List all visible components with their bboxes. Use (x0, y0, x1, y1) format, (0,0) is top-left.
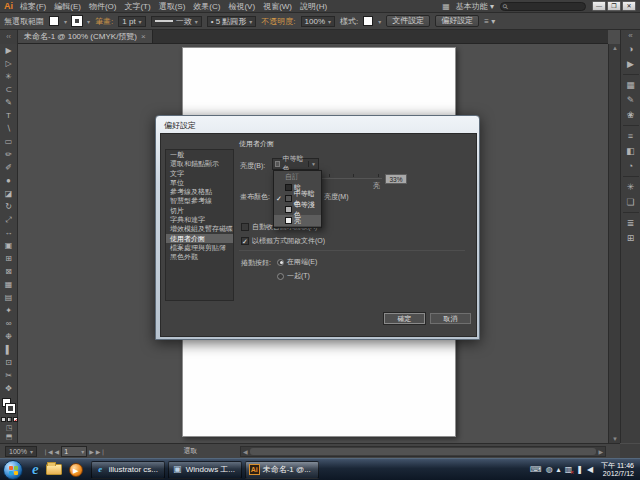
magic-wand-tool[interactable]: ✳ (0, 70, 18, 83)
menu-item[interactable]: 效果(C) (193, 1, 220, 12)
pen-tool[interactable]: ✎ (0, 96, 18, 109)
brightness-slider[interactable] (316, 178, 382, 179)
panel-menu-icon[interactable]: ≡ ▾ (484, 17, 495, 26)
menu-item[interactable]: 視窗(W) (263, 1, 292, 12)
column-graph-tool[interactable]: ▌ (0, 343, 18, 356)
scroll-together-radio[interactable] (277, 273, 284, 280)
canvas-match-option[interactable]: 亮度(M) (324, 192, 349, 202)
transparency-panel-icon[interactable]: ◔ (621, 159, 640, 174)
zoom-level-select[interactable]: 100%▾ (5, 446, 37, 457)
menu-item[interactable]: 選取(S) (159, 1, 186, 12)
stroke-color-swatch[interactable] (72, 16, 82, 26)
brightness-value-field[interactable]: 33% (385, 174, 407, 184)
fill-color-swatch[interactable] (49, 16, 59, 26)
mesh-tool[interactable]: ▦ (0, 278, 18, 291)
brush-definition-select[interactable]: • 5 點圓形▾ (207, 16, 257, 27)
menu-item[interactable]: 檔案(F) (20, 1, 46, 12)
opacity-select[interactable]: 100%▾ (301, 16, 335, 27)
free-transform-tool[interactable]: ▣ (0, 239, 18, 252)
style-swatch[interactable] (363, 16, 373, 26)
stroke-weight-label[interactable]: 筆畫: (95, 16, 113, 27)
prev-artboard-icon[interactable]: ◀ (55, 448, 60, 455)
scroll-together-option[interactable]: 一起(T) (277, 271, 310, 281)
first-artboard-icon[interactable]: ❘◀ (43, 448, 53, 455)
stroke-weight-stepper[interactable]: 1 pt▾ (118, 16, 145, 27)
eyedropper-tool[interactable]: ✦ (0, 304, 18, 317)
eraser-tool[interactable]: ◪ (0, 187, 18, 200)
menu-item[interactable]: 說明(H) (300, 1, 327, 12)
scroll-ends-option[interactable]: 在兩端(E) (277, 257, 317, 267)
hand-tool[interactable]: ✥ (0, 382, 18, 395)
selection-tool[interactable]: ▶ (0, 44, 18, 57)
line-segment-tool[interactable]: ∖ (0, 122, 18, 135)
gradient-mode-button[interactable] (7, 417, 12, 422)
draw-mode-icon[interactable]: ◳ (0, 424, 18, 432)
dock-collapse-icon[interactable]: « (621, 30, 640, 42)
restore-button[interactable]: ❐ (607, 1, 621, 11)
artboard-number-select[interactable]: 1▾ (61, 446, 87, 457)
pref-category[interactable]: 文字 (166, 169, 233, 178)
pref-category[interactable]: 一般 (166, 150, 233, 159)
rotate-tool[interactable]: ↻ (0, 200, 18, 213)
ok-button[interactable]: 確定 (384, 313, 425, 324)
layers-panel-icon[interactable]: ≣ (621, 216, 640, 231)
document-setup-button[interactable]: 文件設定 (386, 15, 430, 27)
gradient-tool[interactable]: ▤ (0, 291, 18, 304)
open-as-tabs-option[interactable]: ✓ 以標籤方式開啟文件(O) (241, 236, 325, 246)
pref-category[interactable]: 檔案處理與剪貼簿 (166, 243, 233, 252)
stroke-profile-select[interactable]: 一致▾ (151, 16, 202, 27)
symbols-panel-icon[interactable]: ❀ (621, 108, 640, 123)
network-status-icon[interactable]: ▥ (565, 465, 573, 474)
brightness-menu-item[interactable]: 中等淺色 (274, 204, 321, 215)
document-tab[interactable]: 未命名-1 @ 100% (CMYK/預覽) × (18, 30, 153, 43)
blend-tool[interactable]: ∞ (0, 317, 18, 330)
stroke-panel-icon[interactable]: ≡ (621, 129, 640, 144)
menu-item-custom[interactable]: 自訂 (274, 172, 321, 182)
rectangle-tool[interactable]: ▭ (0, 135, 18, 148)
pref-category[interactable]: 使用者介面 (166, 234, 233, 243)
next-artboard-icon[interactable]: ▶ (89, 448, 94, 455)
power-icon[interactable]: ❚ (576, 465, 583, 474)
fill-dropdown-arrow[interactable]: ▾ (64, 18, 67, 25)
color-guide-panel-icon[interactable]: ▶ (621, 57, 640, 72)
vertical-scrollbar[interactable]: ▲ ▼ (608, 44, 620, 443)
pref-category[interactable]: 黑色外觀 (166, 252, 233, 261)
pref-category[interactable]: 智慧型參考線 (166, 196, 233, 205)
auto-collapse-checkbox[interactable] (241, 223, 249, 231)
media-player-icon[interactable]: ▶ (69, 463, 83, 477)
cancel-button[interactable]: 取消 (430, 313, 471, 324)
swatches-panel-icon[interactable]: ▦ (621, 78, 640, 93)
pref-category[interactable]: 選取和錨點顯示 (166, 159, 233, 168)
start-button[interactable] (3, 460, 23, 480)
type-tool[interactable]: T (0, 109, 18, 122)
none-mode-button[interactable] (13, 417, 18, 422)
artboards-panel-icon[interactable]: ⊞ (621, 231, 640, 246)
direct-selection-tool[interactable]: ▷ (0, 57, 18, 70)
stroke-dropdown-arrow[interactable]: ▾ (87, 18, 90, 25)
internet-explorer-icon[interactable]: e (32, 461, 39, 478)
pref-category[interactable]: 參考線及格點 (166, 187, 233, 196)
tab-close-icon[interactable]: × (141, 32, 146, 41)
search-input[interactable]: ⚲ (500, 2, 586, 11)
menu-item[interactable]: 文字(T) (124, 1, 150, 12)
opacity-label[interactable]: 不透明度: (261, 16, 295, 27)
menu-item[interactable]: 檢視(V) (228, 1, 255, 12)
symbol-sprayer-tool[interactable]: ❉ (0, 330, 18, 343)
stroke-swatch[interactable] (6, 404, 15, 413)
horizontal-scrollbar[interactable]: ◀ ▶ (240, 446, 606, 457)
scroll-right-icon[interactable]: ▶ (598, 448, 603, 455)
width-tool[interactable]: ↔ (0, 226, 18, 239)
dialog-title[interactable]: 偏好設定 (159, 119, 476, 132)
arrange-documents-icon[interactable]: ▦ (442, 2, 450, 11)
blob-brush-tool[interactable]: ● (0, 174, 18, 187)
horizontal-scroll-thumb[interactable] (250, 448, 597, 455)
pencil-tool[interactable]: ✐ (0, 161, 18, 174)
open-as-tabs-checkbox[interactable]: ✓ (241, 237, 249, 245)
gradient-panel-icon[interactable]: ◧ (621, 144, 640, 159)
pref-category[interactable]: 字典和連字 (166, 215, 233, 224)
pref-category[interactable]: 切片 (166, 206, 233, 215)
paintbrush-tool[interactable]: ✏ (0, 148, 18, 161)
minimize-button[interactable]: — (592, 1, 606, 11)
task-button[interactable]: e illustrator cs... (91, 461, 165, 479)
color-mode-button[interactable] (1, 417, 6, 422)
